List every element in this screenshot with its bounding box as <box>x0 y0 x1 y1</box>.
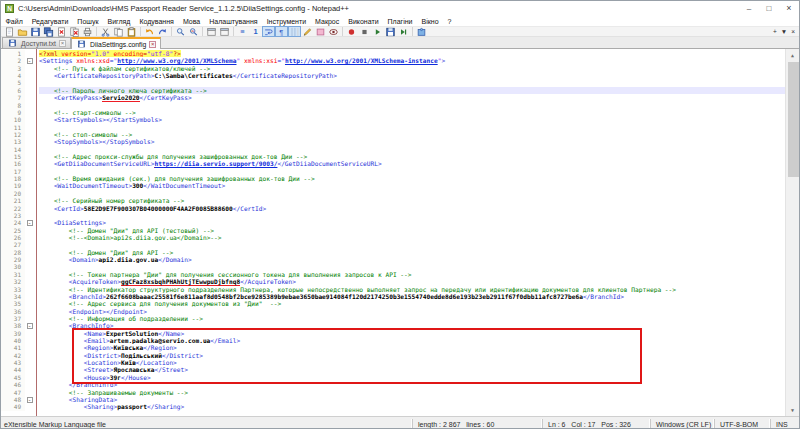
code-text[interactable]: <Endpoint></Endpoint> <box>39 308 785 315</box>
code-text[interactable]: <WaitDocumentTimeout>300</WaitDocumentTi… <box>39 182 785 189</box>
code-text[interactable]: <!-- Информация об подразделении --> <box>39 315 785 322</box>
tab-DiiaSettings.config[interactable]: DiiaSettings.config× <box>71 37 161 49</box>
code-text[interactable]: <StopSymbols></StopSymbols> <box>39 138 785 145</box>
code-text[interactable] <box>39 168 785 175</box>
code-text[interactable]: <Location>Київ</Location> <box>39 359 785 366</box>
minimize-button[interactable]: – <box>739 1 759 16</box>
fold-collapse-icon[interactable]: - <box>27 220 33 226</box>
code-text[interactable]: <CertId>58E2D9E7F900307B04000000F4AA2F00… <box>39 205 785 212</box>
copy-icon[interactable] <box>112 26 125 37</box>
open-file-icon[interactable] <box>16 26 29 37</box>
code-text[interactable] <box>39 79 785 86</box>
doc-switcher-icon[interactable]: ≡ <box>236 26 249 37</box>
code-text[interactable]: <Region>Київська</Region> <box>39 344 785 351</box>
close-button[interactable]: × <box>779 1 799 16</box>
code-text[interactable]: <GetDiiaDocumentServiceURL>https://diia.… <box>39 160 785 167</box>
code-text[interactable]: <DiiaSettings> <box>39 219 785 226</box>
code-text[interactable]: <!-- Домен "Дии" для API --> <box>39 249 785 256</box>
show-all-characters-icon[interactable]: ¶ <box>275 26 288 37</box>
zoom-in-icon[interactable] <box>205 26 218 37</box>
menu-item-Інструменти[interactable]: Інструменти <box>262 18 310 25</box>
code-text[interactable]: <House>39г</House> <box>39 374 785 381</box>
code-text[interactable]: <!-- Адрес прокси-службы для получения з… <box>39 153 785 160</box>
snapshot-icon[interactable] <box>314 26 327 37</box>
code-text[interactable] <box>39 263 785 270</box>
code-text[interactable] <box>39 124 785 131</box>
code-text[interactable]: <!-- Токен партнера "Дии" для получения … <box>39 271 785 278</box>
code-text[interactable]: <!-- Адрес сервиса для получения докумен… <box>39 300 785 307</box>
scroll-up-arrow[interactable]: ▲ <box>786 49 799 61</box>
code-editor[interactable]: 1<?xml version="1.0" encoding="utf-8"?>2… <box>1 49 799 416</box>
menu-item-Вікно[interactable]: Вікно <box>417 18 443 25</box>
close-all-icon[interactable] <box>68 26 81 37</box>
indent-guide-icon[interactable] <box>288 26 301 37</box>
find-icon[interactable] <box>174 26 187 37</box>
cut-icon[interactable] <box>99 26 112 37</box>
status-eol-format[interactable]: Windows (CR LF) <box>650 419 714 429</box>
code-text[interactable]: <Domain>api2.diia.gov.ua</Domain> <box>39 256 785 263</box>
code-text[interactable]: <BranchId>262f6608baaac25581f6e811aaf8d0… <box>39 293 785 300</box>
code-text[interactable] <box>39 146 785 153</box>
fold-collapse-icon[interactable]: - <box>27 323 33 329</box>
code-text[interactable]: <!-- стоп-символы --> <box>39 131 785 138</box>
zoom-out-icon[interactable] <box>218 26 231 37</box>
stop-macro-icon[interactable] <box>358 26 371 37</box>
menu-item-Редагувати[interactable]: Редагувати <box>27 18 73 25</box>
code-text[interactable]: <District>Подільський</District> <box>39 352 785 359</box>
user-defined-language-icon[interactable] <box>301 26 314 37</box>
menu-item-Макрос[interactable]: Макрос <box>311 18 344 25</box>
status-insert-mode[interactable]: INS <box>770 419 799 429</box>
code-text[interactable]: <SharingData> <box>39 396 785 403</box>
code-text[interactable]: <Email>artem.padalka@servio.com.ua</Emai… <box>39 337 785 344</box>
code-text[interactable]: <Settings xmlns:xsd="http://www.w3.org/2… <box>39 57 785 64</box>
code-text[interactable]: <!-- Путь к файлам сертификатов/ключей -… <box>39 65 785 72</box>
save-macro-icon[interactable] <box>384 26 397 37</box>
code-text[interactable]: <Name>ExpertSolution</Name> <box>39 330 785 337</box>
code-text[interactable]: <!-- старт-символы --> <box>39 109 785 116</box>
code-text[interactable]: <CertKeyPass>Servio2020</CertKeyPass> <box>39 94 785 101</box>
code-text[interactable]: <BranchInfo> <box>39 322 785 329</box>
vertical-scrollbar[interactable]: ▲ ▼ <box>785 49 799 416</box>
replace-icon[interactable]: a <box>187 26 200 37</box>
code-text[interactable] <box>39 102 785 109</box>
code-text[interactable] <box>39 190 785 197</box>
word-wrap-icon[interactable] <box>262 26 275 37</box>
undo-icon[interactable] <box>143 26 156 37</box>
paste-icon[interactable] <box>125 26 138 37</box>
save-icon[interactable] <box>29 26 42 37</box>
menu-item-?[interactable]: ? <box>443 18 456 25</box>
menu-item-Налаштування[interactable]: Налаштування <box>205 18 262 25</box>
code-text[interactable]: <AcquireToken>ggCFaz8xsbqhPHAhUtjTEwwpuD… <box>39 278 785 285</box>
code-text[interactable]: <!-- Серийный номер сертификата --> <box>39 197 785 204</box>
view-file-in-browser-icon[interactable] <box>327 26 340 37</box>
code-text[interactable]: <StartSymbols></StartSymbols> <box>39 116 785 123</box>
new-tab-plus-button[interactable]: + <box>773 27 777 37</box>
close-icon[interactable] <box>55 26 68 37</box>
redo-icon[interactable] <box>156 26 169 37</box>
status-encoding[interactable]: UTF-8-BOM <box>714 419 770 429</box>
code-text[interactable]: <Sharing>passport</Sharing> <box>39 403 785 410</box>
menu-item-Файл[interactable]: Файл <box>1 18 27 25</box>
code-text[interactable]: <!-- Время ожидания (сек.) для получения… <box>39 175 785 182</box>
tab-close-icon[interactable]: × <box>59 40 66 47</box>
menu-item-Мова[interactable]: Мова <box>178 18 204 25</box>
status-cursor-position[interactable]: Ln : 6 Col : 17 Pos : 326 <box>542 419 650 429</box>
menu-item-Плагіни[interactable]: Плагіни <box>383 18 417 25</box>
code-text[interactable]: <Street>Ярославська</Street> <box>39 366 785 373</box>
maximize-button[interactable]: □ <box>759 1 779 16</box>
scroll-down-arrow[interactable]: ▼ <box>786 404 799 416</box>
code-text[interactable]: <!-- Запрашиваемые документы --> <box>39 389 785 396</box>
fold-collapse-icon[interactable]: - <box>27 397 33 403</box>
code-text[interactable]: <!-- Пароль личного ключа сертификата --… <box>39 87 785 94</box>
menu-item-Виконати[interactable]: Виконати <box>344 18 383 25</box>
tab-close-icon[interactable]: × <box>149 41 156 48</box>
code-text[interactable]: <?xml version="1.0" encoding="utf-8"?> <box>39 50 785 57</box>
record-macro-icon[interactable] <box>345 26 358 37</box>
plugin-panel-icon[interactable] <box>415 26 428 37</box>
run-macro-multiple-icon[interactable] <box>397 26 410 37</box>
code-text[interactable]: <!--<Domain>api2s.diia.gov.ua</Domain>--… <box>39 234 785 241</box>
code-text[interactable]: <!-- Идентификатор структурного подразде… <box>39 286 785 293</box>
tab-list-dropdown-button[interactable]: ▼ <box>781 27 787 37</box>
code-text[interactable] <box>39 212 785 219</box>
menu-item-Кодування[interactable]: Кодування <box>135 18 178 25</box>
